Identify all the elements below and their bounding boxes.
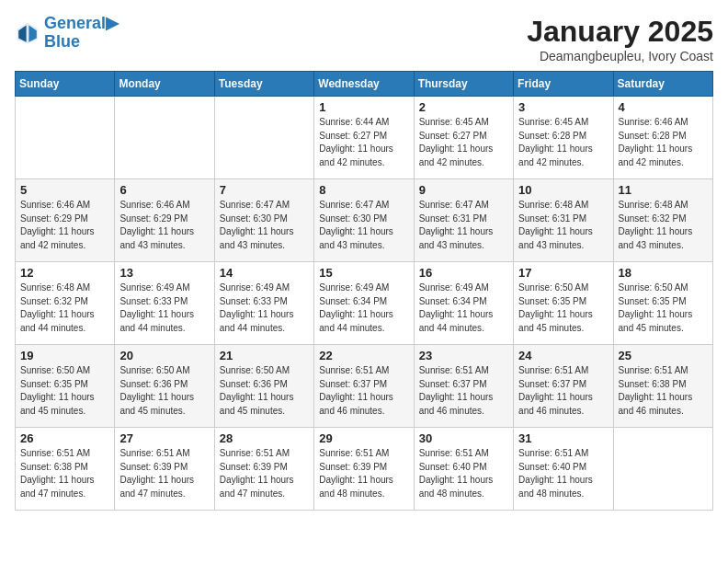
logo-icon [15,20,40,46]
calendar-day-cell: 31Sunrise: 6:51 AM Sunset: 6:40 PM Dayli… [514,428,613,511]
weekday-header-cell: Sunday [16,72,115,97]
day-number: 18 [619,266,708,280]
day-info: Sunrise: 6:51 AM Sunset: 6:39 PM Dayligh… [220,447,309,500]
day-info: Sunrise: 6:48 AM Sunset: 6:32 PM Dayligh… [20,282,109,335]
day-number: 12 [20,266,109,280]
calendar-day-cell: 16Sunrise: 6:49 AM Sunset: 6:34 PM Dayli… [414,262,513,345]
logo: General▶ Blue [15,15,119,52]
calendar-day-cell: 28Sunrise: 6:51 AM Sunset: 6:39 PM Dayli… [214,428,313,511]
day-info: Sunrise: 6:48 AM Sunset: 6:32 PM Dayligh… [619,199,708,252]
day-info: Sunrise: 6:51 AM Sunset: 6:40 PM Dayligh… [419,447,508,500]
calendar-day-cell [115,97,214,179]
day-info: Sunrise: 6:46 AM Sunset: 6:29 PM Dayligh… [20,199,109,252]
calendar-table: SundayMondayTuesdayWednesdayThursdayFrid… [15,71,713,511]
day-info: Sunrise: 6:51 AM Sunset: 6:40 PM Dayligh… [518,447,608,500]
weekday-header-row: SundayMondayTuesdayWednesdayThursdayFrid… [16,72,713,97]
calendar-day-cell: 10Sunrise: 6:48 AM Sunset: 6:31 PM Dayli… [514,179,613,262]
weekday-header-cell: Monday [115,72,214,97]
title-block: January 2025 Deamangbeupleu, Ivory Coast [527,15,713,63]
calendar-day-cell: 5Sunrise: 6:46 AM Sunset: 6:29 PM Daylig… [16,179,115,262]
day-info: Sunrise: 6:50 AM Sunset: 6:36 PM Dayligh… [119,364,209,418]
calendar-day-cell: 3Sunrise: 6:45 AM Sunset: 6:28 PM Daylig… [514,97,613,179]
day-number: 24 [518,349,608,362]
calendar-day-cell [16,97,115,179]
logo-line2: Blue [44,33,119,52]
calendar-day-cell: 15Sunrise: 6:49 AM Sunset: 6:34 PM Dayli… [314,262,414,345]
day-info: Sunrise: 6:46 AM Sunset: 6:28 PM Dayligh… [619,116,708,169]
day-info: Sunrise: 6:44 AM Sunset: 6:27 PM Dayligh… [319,116,408,169]
calendar-day-cell: 18Sunrise: 6:50 AM Sunset: 6:35 PM Dayli… [613,262,712,345]
day-number: 14 [220,266,309,280]
calendar-day-cell [214,97,313,179]
day-number: 17 [518,266,608,280]
logo-line1: General [44,14,106,32]
logo-triangle: ▶ [106,14,119,32]
calendar-week-row: 26Sunrise: 6:51 AM Sunset: 6:38 PM Dayli… [16,428,713,511]
day-number: 27 [119,431,209,445]
day-info: Sunrise: 6:45 AM Sunset: 6:27 PM Dayligh… [419,116,508,169]
day-info: Sunrise: 6:49 AM Sunset: 6:33 PM Dayligh… [220,282,309,335]
calendar-day-cell: 13Sunrise: 6:49 AM Sunset: 6:33 PM Dayli… [115,262,214,345]
day-number: 26 [20,431,109,445]
day-info: Sunrise: 6:49 AM Sunset: 6:33 PM Dayligh… [119,282,209,335]
calendar-day-cell: 17Sunrise: 6:50 AM Sunset: 6:35 PM Dayli… [514,262,613,345]
day-number: 30 [419,431,508,445]
weekday-header-cell: Saturday [613,72,712,97]
day-number: 9 [419,183,508,197]
calendar-week-row: 12Sunrise: 6:48 AM Sunset: 6:32 PM Dayli… [16,262,713,345]
day-number: 2 [419,100,508,114]
calendar-day-cell: 26Sunrise: 6:51 AM Sunset: 6:38 PM Dayli… [16,428,115,511]
day-info: Sunrise: 6:51 AM Sunset: 6:39 PM Dayligh… [319,447,408,500]
day-number: 5 [20,183,109,197]
calendar-day-cell: 7Sunrise: 6:47 AM Sunset: 6:30 PM Daylig… [214,179,313,262]
day-number: 25 [619,349,708,362]
day-number: 10 [518,183,608,197]
day-number: 15 [319,266,408,280]
day-number: 19 [20,349,109,362]
day-number: 11 [619,183,708,197]
day-info: Sunrise: 6:51 AM Sunset: 6:38 PM Dayligh… [20,447,109,500]
day-number: 23 [419,349,508,362]
calendar-day-cell: 20Sunrise: 6:50 AM Sunset: 6:36 PM Dayli… [115,345,214,428]
weekday-header-cell: Tuesday [214,72,313,97]
day-number: 3 [518,100,608,114]
day-number: 28 [220,431,309,445]
day-info: Sunrise: 6:51 AM Sunset: 6:38 PM Dayligh… [619,364,708,418]
day-info: Sunrise: 6:50 AM Sunset: 6:35 PM Dayligh… [518,282,608,335]
calendar-day-cell: 27Sunrise: 6:51 AM Sunset: 6:39 PM Dayli… [115,428,214,511]
day-info: Sunrise: 6:46 AM Sunset: 6:29 PM Dayligh… [119,199,209,252]
calendar-day-cell: 11Sunrise: 6:48 AM Sunset: 6:32 PM Dayli… [613,179,712,262]
day-info: Sunrise: 6:50 AM Sunset: 6:35 PM Dayligh… [20,364,109,418]
calendar-day-cell: 23Sunrise: 6:51 AM Sunset: 6:37 PM Dayli… [414,345,513,428]
calendar-day-cell: 29Sunrise: 6:51 AM Sunset: 6:39 PM Dayli… [314,428,414,511]
day-info: Sunrise: 6:51 AM Sunset: 6:37 PM Dayligh… [419,364,508,418]
calendar-day-cell: 22Sunrise: 6:51 AM Sunset: 6:37 PM Dayli… [314,345,414,428]
day-number: 8 [319,183,408,197]
calendar-day-cell: 4Sunrise: 6:46 AM Sunset: 6:28 PM Daylig… [613,97,712,179]
calendar-day-cell: 8Sunrise: 6:47 AM Sunset: 6:30 PM Daylig… [314,179,414,262]
calendar-day-cell: 14Sunrise: 6:49 AM Sunset: 6:33 PM Dayli… [214,262,313,345]
weekday-header-cell: Wednesday [314,72,414,97]
calendar-day-cell: 2Sunrise: 6:45 AM Sunset: 6:27 PM Daylig… [414,97,513,179]
day-number: 29 [319,431,408,445]
day-number: 31 [518,431,608,445]
calendar-week-row: 1Sunrise: 6:44 AM Sunset: 6:27 PM Daylig… [16,97,713,179]
day-number: 13 [119,266,209,280]
calendar-day-cell: 6Sunrise: 6:46 AM Sunset: 6:29 PM Daylig… [115,179,214,262]
day-number: 7 [220,183,309,197]
day-info: Sunrise: 6:51 AM Sunset: 6:39 PM Dayligh… [119,447,209,500]
day-number: 4 [619,100,708,114]
day-info: Sunrise: 6:49 AM Sunset: 6:34 PM Dayligh… [319,282,408,335]
day-number: 6 [119,183,209,197]
day-info: Sunrise: 6:48 AM Sunset: 6:31 PM Dayligh… [518,199,608,252]
weekday-header-cell: Thursday [414,72,513,97]
month-title: January 2025 [527,15,713,49]
weekday-header-cell: Friday [514,72,613,97]
calendar-week-row: 19Sunrise: 6:50 AM Sunset: 6:35 PM Dayli… [16,345,713,428]
day-number: 16 [419,266,508,280]
location-subtitle: Deamangbeupleu, Ivory Coast [527,49,713,63]
day-info: Sunrise: 6:50 AM Sunset: 6:35 PM Dayligh… [619,282,708,335]
day-info: Sunrise: 6:51 AM Sunset: 6:37 PM Dayligh… [518,364,608,418]
day-number: 22 [319,349,408,362]
day-info: Sunrise: 6:49 AM Sunset: 6:34 PM Dayligh… [419,282,508,335]
